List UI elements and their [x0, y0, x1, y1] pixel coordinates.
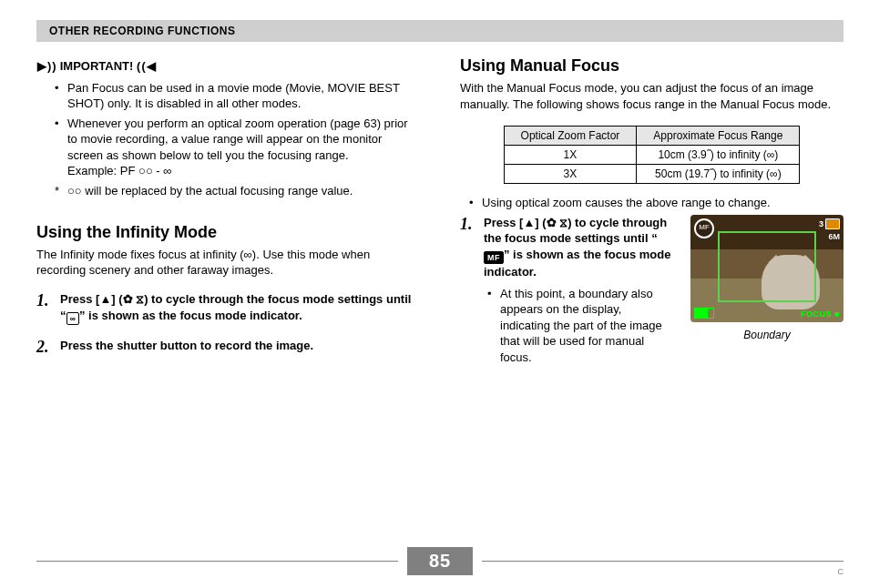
focus-overlay: FOCUS ■ [801, 309, 840, 319]
manual-step-1: Press [▲] (✿ ⧖) to cycle through the foc… [484, 215, 674, 366]
page-footer: 85 C [36, 547, 843, 575]
manual-note-list: Using optical zoom causes the above rang… [460, 195, 843, 211]
infinity-step-2: Press the shutter button to record the i… [60, 338, 420, 354]
infinity-desc: The Infinity mode fixes focus at infinit… [36, 247, 420, 279]
footer-corner-mark: C [838, 566, 844, 577]
table-header-zoom: Optical Zoom Factor [504, 126, 637, 145]
manual-note: Using optical zoom causes the above rang… [482, 195, 843, 211]
mf-overlay-icon: MF [694, 218, 714, 238]
important-heading: ▶)) IMPORTANT! ▶)) [36, 58, 420, 75]
infinity-heading: Using the Infinity Mode [36, 221, 420, 243]
left-column: ▶)) IMPORTANT! ▶)) Pan Focus can be used… [36, 55, 420, 378]
resolution-overlay: 6M [828, 231, 840, 242]
manual-step-1-sub: At this point, a boundary also appears o… [484, 286, 674, 366]
self-timer-icon: ⧖ [136, 292, 144, 306]
viewfinder-screen: MF 3 6M FOCUS ■ [690, 215, 843, 322]
viewfinder-figure: MF 3 6M FOCUS ■ Boundary [690, 215, 843, 342]
table-header-range: Approximate Focus Range [637, 126, 800, 145]
footer-rule-right [482, 561, 843, 562]
macro-icon: ✿ [547, 216, 557, 229]
table-row: 1X 10cm (3.9˝) to infinity (∞) [504, 145, 800, 164]
infinity-chip-icon: ∞ [66, 312, 79, 325]
battery-icon [694, 308, 714, 319]
manual-page: OTHER RECORDING FUNCTIONS ▶)) IMPORTANT!… [0, 0, 869, 588]
self-timer-icon: ⧖ [559, 216, 567, 229]
mode-overlay-icon [825, 218, 840, 229]
infinity-step-1: Press [▲] (✿ ⧖) to cycle through the foc… [60, 291, 420, 325]
important-example: Example: PF ○○ - ∞ [67, 163, 420, 179]
section-header: OTHER RECORDING FUNCTIONS [36, 20, 843, 42]
manual-heading: Using Manual Focus [460, 55, 843, 76]
two-column-layout: ▶)) IMPORTANT! ▶)) Pan Focus can be used… [36, 55, 843, 378]
important-deco-left: ▶)) [36, 58, 56, 75]
important-deco-right: ▶)) [137, 58, 157, 75]
important-item-2: Whenever you perform an optical zoom ope… [67, 116, 420, 179]
page-number: 85 [407, 547, 473, 575]
figure-caption: Boundary [690, 328, 843, 342]
manual-steps: Press [▲] (✿ ⧖) to cycle through the foc… [460, 215, 674, 366]
infinity-steps: Press [▲] (✿ ⧖) to cycle through the foc… [36, 291, 420, 354]
important-item-1: Pan Focus can be used in a movie mode (M… [67, 80, 420, 112]
cat-subject [762, 255, 820, 309]
macro-icon: ✿ [123, 292, 133, 306]
mf-chip-icon: MF [484, 251, 504, 264]
right-column: Using Manual Focus With the Manual Focus… [460, 55, 843, 378]
up-triangle-icon: ▲ [523, 216, 535, 229]
up-triangle-icon: ▲ [99, 292, 111, 306]
important-bullets: Pan Focus can be used in a movie mode (M… [36, 80, 420, 199]
focus-range-table: Optical Zoom Factor Approximate Focus Ra… [504, 126, 801, 185]
count-overlay: 3 [819, 218, 823, 229]
manual-desc: With the Manual Focus mode, you can adju… [460, 80, 843, 112]
table-row: 3X 50cm (19.7˝) to infinity (∞) [504, 164, 800, 183]
footer-rule-left [36, 561, 398, 562]
important-note: ○○ will be replaced by the actual focusi… [67, 183, 420, 199]
important-label: IMPORTANT! [60, 58, 134, 75]
